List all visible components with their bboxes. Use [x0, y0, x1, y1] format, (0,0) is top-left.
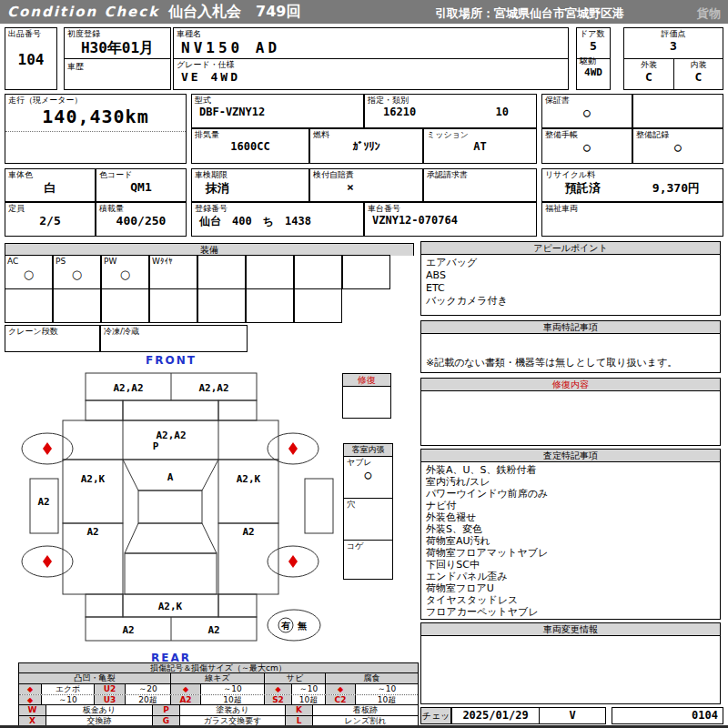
class-sub: 10 — [496, 106, 509, 118]
legend-group-dent: 凸凹・亀裂 — [19, 673, 171, 683]
equipment-label: PS — [54, 256, 100, 266]
auction-title: 仙台入札会 749回 — [168, 3, 300, 22]
fridge-box: 冷凍/冷蔵 — [100, 325, 248, 352]
check-code: 0104 — [612, 708, 723, 723]
mileage-label: 走行（現メーター） — [5, 95, 186, 105]
body-color-value: 白 — [5, 180, 95, 197]
hood-code: A2,A2 — [156, 430, 186, 441]
model-name-box: 車種名 NV150 AD グレード・仕様 VE 4WD — [173, 27, 569, 90]
divider — [577, 58, 610, 59]
displacement-label: 排気量 — [192, 129, 308, 139]
assessment-item: パワーウインドウ前席のみ — [426, 488, 715, 500]
cabin-lining-header: 客室内張 — [344, 444, 392, 457]
inspection-value: 抹消 — [192, 180, 308, 197]
check-date: 2025/01/29 — [452, 708, 539, 723]
model-name-value: NV150 AD — [174, 39, 568, 56]
warranty-label: 保証書 — [542, 95, 632, 105]
score-label: 評価点 — [624, 28, 723, 38]
first-registration-value: H30年01月 — [65, 39, 170, 58]
cabin-item-burn: コゲ — [344, 541, 392, 581]
hood-code-2: P — [153, 440, 159, 452]
legend-code: U2 — [95, 684, 126, 694]
appeal-item: ETC — [426, 282, 715, 295]
damage-codes-table: W 板金あり P 塗装あり K 看板跡 X 交換跡 G ガラス交換要す L レン… — [18, 704, 419, 727]
chassis-box: 車台番号 VZNY12-070764 — [364, 202, 537, 237]
cabin-item-value: ○ — [344, 468, 392, 481]
recycle-box: リサイクル料 預託済 9,370円 — [541, 168, 723, 202]
roof — [138, 490, 202, 523]
vehicle-notes-box: 車両特記事項 ※記載のない書類・機器等は無しとして取り扱います。 — [420, 320, 721, 373]
displacement-value: 1600CC — [192, 140, 308, 153]
maintenance-book-label: 整備手帳 — [542, 129, 632, 139]
cabin-lining-box: 客室内張 ヤブレ ○ 穴 コゲ — [343, 443, 393, 580]
repair-detail-content — [421, 391, 720, 395]
capacity-box: 定員 2/5 — [5, 202, 96, 237]
equipment-cell-wtire: Wﾀｲﾔ — [149, 255, 197, 289]
equipment-cell-pw: PW ○ — [101, 255, 149, 289]
legend-cell: ～10 — [292, 684, 326, 694]
insurance-value: × — [310, 180, 422, 194]
appeal-points-list: エアバッグ ABS ETC バックカメラ付き — [421, 255, 720, 309]
equipment-value: ○ — [5, 268, 52, 281]
front-bumper-right-code: A2,A2 — [198, 382, 228, 394]
check-code-box: 0104 — [612, 707, 723, 724]
score-value: 3 — [624, 39, 723, 53]
left-headlight — [86, 400, 123, 420]
legend-code: W — [19, 705, 46, 715]
check-date-box: 2025/01/29 V — [451, 707, 606, 724]
damage-diamond — [288, 555, 298, 568]
mission-label: ミッション — [424, 129, 536, 139]
fridge-label: 冷凍/冷蔵 — [101, 326, 247, 336]
mileage-box: 走行（現メーター） 140,430km — [5, 94, 187, 164]
legend-code: K — [286, 705, 313, 715]
legend-cell: ～20 — [126, 684, 171, 694]
chassis-value: VZNY12-070764 — [365, 214, 536, 227]
maintenance-record-label: 整備記録 — [633, 129, 723, 139]
check-label: チェック — [420, 707, 451, 724]
recycle-status: 預託済 — [565, 180, 601, 197]
load-label: 積載量 — [96, 203, 186, 213]
class-values: 16210 10 — [365, 105, 536, 118]
assessment-item: 室内汚れ/スレ — [426, 476, 715, 488]
rear-window — [125, 523, 217, 553]
check-date-cell: 2025/01/29 — [452, 708, 540, 723]
drive-value: 4WD — [577, 66, 610, 78]
right-headlight — [218, 400, 257, 420]
inspection-box: 車検期限 抹消 — [191, 168, 309, 202]
fuel-box: 燃料 ｶﾞｿﾘﾝ — [309, 128, 423, 164]
diamond-icon: ◆ — [326, 684, 356, 694]
mission-value: AT — [424, 140, 536, 153]
repair-detail-header: 修復内容 — [421, 379, 720, 391]
load-value: 400/250 — [96, 214, 186, 228]
mission-box: ミッション AT — [423, 128, 537, 164]
brand-logo: Condition Check — [7, 4, 159, 20]
rear-panel-code: A2,K — [158, 601, 183, 612]
doors-label: ドア数 — [577, 28, 610, 38]
legend-code: P — [153, 705, 180, 715]
capacity-label: 定員 — [5, 203, 95, 213]
fuel-value: ｶﾞｿﾘﾝ — [310, 140, 422, 153]
displacement-box: 排気量 1600CC — [191, 128, 309, 164]
repair-detail-box: 修復内容 — [420, 378, 721, 446]
crane-box: クレーン段数 — [5, 325, 100, 352]
legend-title: 損傷記号＆損傷サイズ（～最大cm） — [19, 663, 418, 672]
maintenance-book-value: ○ — [542, 140, 632, 154]
right-sill — [305, 479, 333, 533]
repair-flag-box: 修復 — [342, 373, 391, 419]
welfare-box: 福祉車両 — [541, 202, 723, 237]
assessment-item: 荷物室フロアU — [426, 582, 715, 594]
appeal-item: エアバッグ — [426, 257, 715, 269]
assessment-item: エンドパネル歪み — [426, 571, 715, 582]
appeal-item: ABS — [426, 269, 715, 282]
vehicle-damage-diagram: A2,A2 A2,A2 A2,A2 P A2,K A2,K A A2 A2 A2… — [5, 366, 341, 650]
history-label: 車歴 — [65, 61, 170, 71]
assessment-notes-list: 外装A、U、S、鉄粉付着 室内汚れ/スレ パワーウインドウ前席のみ ナビ付 外装… — [421, 462, 720, 620]
equipment-label: AC — [5, 256, 52, 266]
diamond-icon: ◆ — [19, 684, 42, 694]
pickup-location: 引取場所：宮城県仙台市宮城野区港 — [435, 5, 624, 22]
appeal-points-header: アピールポイント — [421, 242, 720, 255]
equipment-cell-empty — [197, 288, 246, 323]
rear-hatch — [125, 553, 217, 594]
body-color-label: 車体色 — [5, 169, 95, 179]
damage-diamond — [43, 442, 52, 455]
